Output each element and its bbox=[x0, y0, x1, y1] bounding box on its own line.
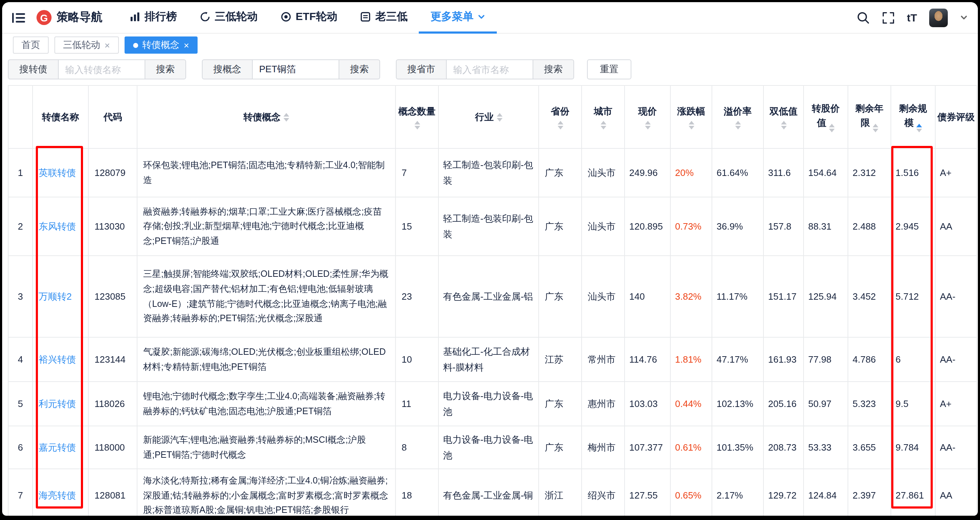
filter-group-region: 搜省市搜索 bbox=[396, 59, 574, 79]
cell-change: 0.65% bbox=[670, 469, 712, 516]
cell-size_left: 1.516 bbox=[891, 148, 935, 197]
region-search-input[interactable] bbox=[446, 59, 533, 79]
concept-search-button[interactable]: 搜索 bbox=[339, 59, 380, 79]
bond-search-button[interactable]: 搜索 bbox=[145, 59, 186, 79]
column-header-content: 剩余规模 bbox=[895, 102, 931, 132]
font-size-icon[interactable]: tT bbox=[907, 11, 917, 24]
column-header-content: 概念数量 bbox=[397, 105, 437, 129]
nav-item-more-menu[interactable]: 更多菜单 bbox=[419, 2, 497, 33]
sort-icon-city[interactable] bbox=[600, 120, 606, 129]
cell-double_low: 157.8 bbox=[764, 197, 803, 256]
column-label: 双低值 bbox=[770, 105, 797, 118]
sort-icon-industry[interactable] bbox=[496, 113, 502, 121]
column-header-province[interactable]: 省份 bbox=[539, 86, 582, 148]
sort-caret-down-icon bbox=[688, 125, 694, 129]
brand-name: 策略导航 bbox=[57, 10, 102, 25]
cell-years_left: 4.786 bbox=[848, 337, 891, 382]
column-label: 债券评级 bbox=[937, 111, 975, 122]
concept-search-input[interactable] bbox=[252, 59, 339, 79]
cell-name[interactable]: 万顺转2 bbox=[33, 256, 88, 337]
bond-search-input[interactable] bbox=[58, 59, 145, 79]
sort-caret-up-icon bbox=[600, 120, 606, 124]
cell-code: 128079 bbox=[88, 148, 137, 197]
region-search-button[interactable]: 搜索 bbox=[533, 59, 574, 79]
sort-icon-concept_count[interactable] bbox=[414, 120, 420, 129]
nav-item-three-low-rotation[interactable]: 三低轮动 bbox=[188, 2, 269, 33]
column-header-years_left[interactable]: 剩余年限 bbox=[848, 86, 891, 148]
collapse-menu-icon[interactable] bbox=[12, 12, 25, 23]
column-header-size_left[interactable]: 剩余规模 bbox=[891, 86, 935, 148]
tab-item-2[interactable]: 转债概念× bbox=[124, 36, 197, 54]
column-header-premium[interactable]: 溢价率 bbox=[712, 86, 764, 148]
table-row: 1英联转债128079环保包装;锂电池;PET铜箔;固态电池;专精特新;工业4.… bbox=[8, 148, 977, 197]
nav-item-ranking[interactable]: 排行榜 bbox=[118, 2, 188, 33]
filter-groups: 搜转债搜索搜概念搜索搜省市搜索 bbox=[8, 59, 590, 79]
sort-icon-price[interactable] bbox=[644, 120, 650, 129]
cell-index: 4 bbox=[8, 337, 33, 382]
cell-industry: 基础化工-化工合成材料-膜材料 bbox=[439, 337, 539, 382]
column-header-city[interactable]: 城市 bbox=[582, 86, 625, 148]
sort-icon-conv_value[interactable] bbox=[829, 124, 835, 132]
search-icon[interactable] bbox=[856, 11, 870, 24]
filter-group-concept: 搜概念搜索 bbox=[202, 59, 380, 79]
fullscreen-icon[interactable] bbox=[882, 11, 895, 24]
sort-icon-double_low[interactable] bbox=[781, 120, 786, 129]
sort-icon-province[interactable] bbox=[557, 120, 563, 129]
cell-index: 6 bbox=[8, 426, 33, 469]
tab-item-0[interactable]: 首页 bbox=[13, 36, 49, 54]
sort-caret-down-icon bbox=[414, 125, 420, 129]
cell-premium: 11.17% bbox=[712, 256, 764, 337]
tab-item-1[interactable]: 三低轮动× bbox=[54, 36, 118, 54]
column-header-double_low[interactable]: 双低值 bbox=[764, 86, 803, 148]
cell-name[interactable]: 利元转债 bbox=[33, 382, 88, 426]
tab-close-icon[interactable]: × bbox=[105, 40, 110, 50]
top-nav: G 策略导航 排行榜三低轮动ETF轮动老三低更多菜单 tT bbox=[2, 2, 978, 33]
column-header-conv_value[interactable]: 转股价值 bbox=[803, 86, 848, 148]
concept-prefix-button[interactable]: 搜概念 bbox=[202, 59, 253, 79]
sort-icon-concepts[interactable] bbox=[283, 113, 289, 121]
sort-caret-up-icon bbox=[781, 120, 786, 124]
nav-item-etf-rotation[interactable]: ETF轮动 bbox=[269, 2, 349, 33]
column-label: 省份 bbox=[551, 105, 570, 118]
column-header-industry[interactable]: 行业 bbox=[439, 86, 539, 148]
cell-years_left: 3.655 bbox=[848, 426, 891, 469]
cell-change: 1.81% bbox=[670, 337, 712, 382]
brand[interactable]: G 策略导航 bbox=[37, 10, 102, 25]
sort-icon-years_left[interactable] bbox=[873, 124, 878, 132]
column-header-concept_count[interactable]: 概念数量 bbox=[396, 86, 439, 148]
user-menu-chevron-icon[interactable] bbox=[960, 14, 968, 21]
reset-button[interactable]: 重置 bbox=[587, 59, 632, 79]
tab-close-icon[interactable]: × bbox=[184, 40, 189, 50]
nav-item-label: 三低轮动 bbox=[215, 10, 258, 23]
column-header-content: 代码 bbox=[90, 111, 135, 124]
column-label: 城市 bbox=[594, 105, 612, 118]
column-header-price[interactable]: 现价 bbox=[625, 86, 670, 148]
sort-caret-up-icon bbox=[283, 113, 289, 116]
cell-name[interactable]: 裕兴转债 bbox=[33, 337, 88, 382]
user-avatar[interactable] bbox=[929, 8, 948, 27]
nav-item-old-three-low[interactable]: 老三低 bbox=[349, 2, 419, 33]
cell-change: 0.73% bbox=[670, 197, 712, 256]
cell-premium: 36.9% bbox=[712, 197, 764, 256]
cell-name[interactable]: 海亮转债 bbox=[33, 469, 88, 516]
cell-industry: 电力设备-电力设备-电池 bbox=[439, 382, 539, 426]
column-header-content: 转债名称 bbox=[34, 111, 87, 124]
sort-icon-premium[interactable] bbox=[735, 120, 741, 129]
sort-icon-change[interactable] bbox=[688, 120, 694, 129]
region-prefix-button[interactable]: 搜省市 bbox=[396, 59, 447, 79]
cell-city: 惠州市 bbox=[582, 382, 625, 426]
sort-caret-up-icon bbox=[557, 120, 563, 124]
column-header-index bbox=[8, 86, 33, 148]
cell-name[interactable]: 英联转债 bbox=[33, 148, 88, 197]
cell-name[interactable]: 东风转债 bbox=[33, 197, 88, 256]
column-label: 剩余规模 bbox=[899, 103, 927, 128]
sort-icon-size_left[interactable] bbox=[916, 124, 922, 132]
bond-prefix-button[interactable]: 搜转债 bbox=[8, 59, 59, 79]
table-body: 1英联转债128079环保包装;锂电池;PET铜箔;固态电池;专精特新;工业4.… bbox=[8, 148, 977, 516]
column-header-change[interactable]: 涨跌幅 bbox=[670, 86, 712, 148]
table-row: 3万顺转2123085三星;触摸屏;智能终端;双胶纸;OLED材料;OLED;柔… bbox=[8, 256, 977, 337]
column-header-concepts[interactable]: 转债概念 bbox=[137, 86, 396, 148]
bar-chart-icon bbox=[130, 11, 140, 22]
column-header-content: 行业 bbox=[440, 111, 537, 124]
cell-name[interactable]: 嘉元转债 bbox=[33, 426, 88, 469]
